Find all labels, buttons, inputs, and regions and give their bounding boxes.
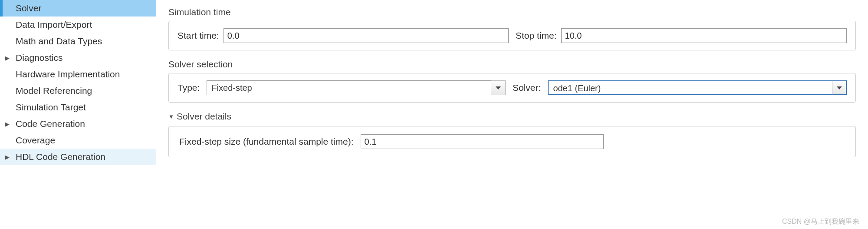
section-title-text: Solver details (177, 111, 231, 122)
solver-label: Solver: (513, 83, 541, 93)
stop-time-group: Stop time: (516, 28, 847, 43)
sidebar-item-label: Solver (16, 3, 42, 13)
sidebar-item-label: Model Referencing (16, 86, 92, 96)
chevron-down-icon (837, 86, 842, 90)
solver-selection-box: Type: Fixed-step Solver: ode1 (Euler) (168, 73, 856, 103)
sidebar-item-simulation-target[interactable]: Simulation Target (0, 99, 156, 116)
sidebar-item-label: Coverage (16, 135, 55, 146)
stop-time-label: Stop time: (516, 30, 557, 41)
sidebar-item-solver[interactable]: Solver (0, 0, 156, 17)
watermark: CSDN @马上到我碗里来 (782, 217, 859, 226)
sidebar-item-math-data-types[interactable]: Math and Data Types (0, 33, 156, 50)
solver-select-dropdown-button[interactable] (832, 80, 847, 95)
sidebar-item-hardware-implementation[interactable]: Hardware Implementation (0, 66, 156, 83)
section-title-text: Simulation time (168, 7, 231, 17)
fixed-step-label: Fixed-step size (fundamental sample time… (179, 136, 354, 147)
section-title-text: Solver selection (168, 59, 233, 70)
sidebar-item-code-generation[interactable]: Code Generation (0, 116, 156, 132)
solver-details-box: Fixed-step size (fundamental sample time… (168, 126, 856, 157)
main-panel: Simulation time Start time: Stop time: S… (156, 0, 868, 229)
type-select[interactable]: Fixed-step (207, 80, 506, 95)
solver-details-section: ▼ Solver details Fixed-step size (fundam… (168, 111, 856, 157)
solver-selection-title: Solver selection (168, 59, 856, 70)
sidebar-item-diagnostics[interactable]: Diagnostics (0, 50, 156, 66)
simulation-time-box: Start time: Stop time: (168, 21, 856, 50)
type-select-dropdown-button[interactable] (491, 80, 506, 95)
sidebar-item-label: Math and Data Types (16, 36, 102, 46)
sidebar-item-label: Code Generation (16, 119, 85, 129)
solver-select[interactable]: ode1 (Euler) (548, 80, 847, 95)
sidebar-item-label: Hardware Implementation (16, 69, 120, 80)
sidebar-item-data-import-export[interactable]: Data Import/Export (0, 17, 156, 33)
fixed-step-input[interactable] (361, 134, 604, 149)
type-select-value: Fixed-step (207, 80, 491, 95)
start-time-input[interactable] (224, 28, 509, 43)
chevron-down-icon: ▼ (168, 113, 174, 120)
sidebar-item-coverage[interactable]: Coverage (0, 132, 156, 149)
sidebar-item-label: HDL Code Generation (16, 152, 105, 162)
sidebar: Solver Data Import/Export Math and Data … (0, 0, 156, 229)
chevron-down-icon (496, 86, 501, 90)
simulation-time-title: Simulation time (168, 7, 856, 17)
solver-select-value: ode1 (Euler) (548, 80, 832, 95)
start-time-label: Start time: (178, 30, 219, 41)
solver-details-title[interactable]: ▼ Solver details (168, 111, 856, 122)
sidebar-item-model-referencing[interactable]: Model Referencing (0, 83, 156, 99)
sidebar-item-label: Simulation Target (16, 102, 86, 113)
sidebar-item-label: Diagnostics (16, 53, 63, 63)
start-time-group: Start time: (178, 28, 509, 43)
stop-time-input[interactable] (561, 28, 847, 43)
sidebar-item-label: Data Import/Export (16, 20, 92, 30)
sidebar-item-hdl-code-generation[interactable]: HDL Code Generation (0, 149, 156, 165)
type-label: Type: (178, 83, 200, 93)
